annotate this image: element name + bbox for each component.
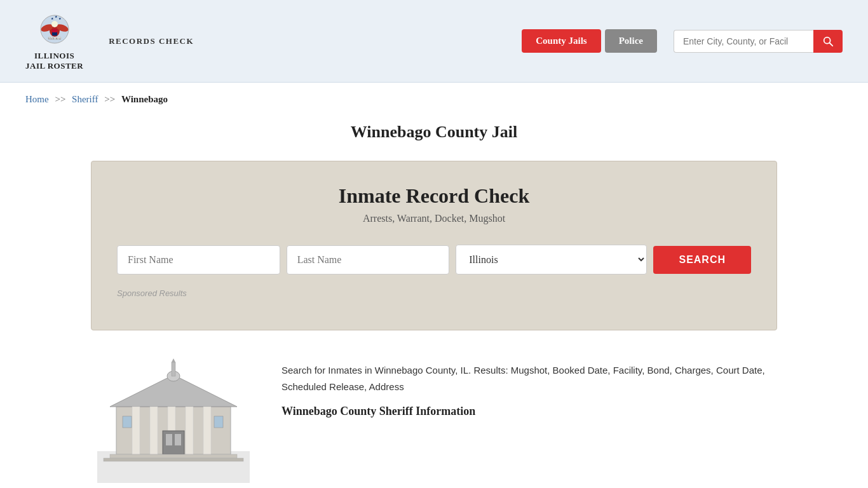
svg-rect-26 [104,458,243,461]
breadcrumb-current: Winnebago [121,94,168,104]
svg-rect-9 [52,29,57,32]
lower-info-heading: Winnebago County Sheriff Information [281,405,777,418]
main-content: Winnebago County Jail Inmate Record Chec… [65,123,803,330]
svg-line-13 [829,43,832,46]
logo-link[interactable]: ★ ★ ★ STATE SEAL ILLINOIS JAIL ROSTER [25,11,83,71]
last-name-input[interactable] [287,245,450,274]
breadcrumb-sep1: >> [55,94,65,104]
svg-rect-20 [186,407,193,454]
state-seal-icon: ★ ★ ★ STATE SEAL [36,11,74,50]
svg-point-4 [51,21,58,27]
page-title: Winnebago County Jail [91,123,777,142]
svg-marker-31 [172,358,175,362]
main-nav: County Jails Police [522,29,843,53]
state-select[interactable]: Illinois Alabama Alaska Arizona [456,245,647,274]
inmate-search-title: Inmate Record Check [117,184,751,208]
breadcrumb-sep2: >> [104,94,115,104]
lower-section: Search for Inmates in Winnebago County, … [65,356,803,483]
svg-rect-25 [110,454,237,458]
svg-rect-24 [175,434,181,445]
police-button[interactable]: Police [605,29,657,53]
inmate-search-form: Illinois Alabama Alaska Arizona SEARCH [117,245,751,274]
breadcrumb: Home >> Sheriff >> Winnebago [0,83,868,110]
breadcrumb-home[interactable]: Home [25,94,49,104]
site-header: ★ ★ ★ STATE SEAL ILLINOIS JAIL ROSTER RE… [0,0,868,83]
lower-description: Search for Inmates in Winnebago County, … [281,362,777,395]
search-icon [822,36,834,47]
first-name-input[interactable] [117,245,280,274]
header-search-button[interactable] [813,30,843,53]
svg-rect-28 [214,416,223,428]
svg-rect-23 [166,434,172,445]
svg-rect-27 [123,416,132,428]
logo-text: ILLINOIS JAIL ROSTER [25,51,83,71]
courthouse-icon [97,356,250,483]
svg-rect-30 [172,362,175,376]
inmate-search-box: Inmate Record Check Arrests, Warrant, Do… [91,161,777,330]
svg-rect-17 [132,407,140,454]
svg-text:STATE SEAL: STATE SEAL [48,37,61,40]
breadcrumb-sheriff[interactable]: Sheriff [72,94,98,104]
county-jails-button[interactable]: County Jails [522,29,600,53]
building-image [91,356,256,483]
lower-text: Search for Inmates in Winnebago County, … [281,356,777,418]
svg-rect-21 [203,407,211,454]
svg-rect-18 [150,407,158,454]
header-search-bar [674,30,843,53]
sponsored-results-label: Sponsored Results [117,288,751,298]
header-search-input[interactable] [674,30,813,53]
inmate-search-subtitle: Arrests, Warrant, Docket, Mugshot [117,213,751,224]
inmate-search-button[interactable]: SEARCH [653,246,751,274]
records-check-link[interactable]: RECORDS CHECK [109,36,194,46]
